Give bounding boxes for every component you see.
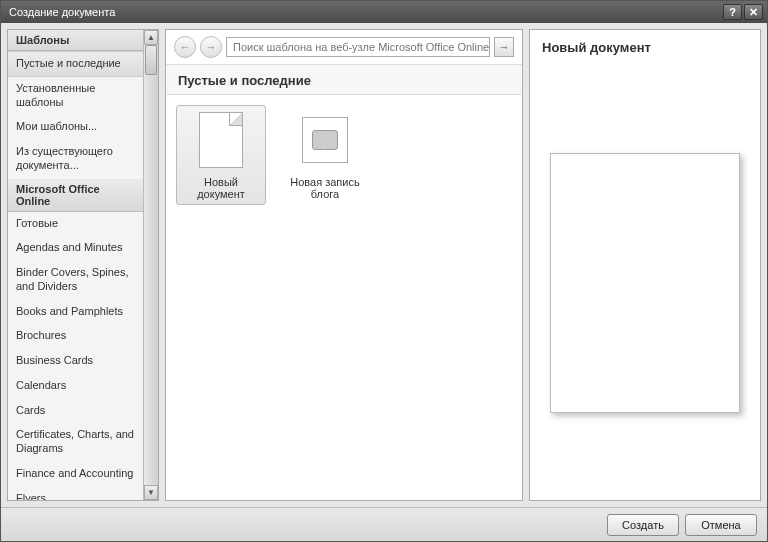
cancel-button[interactable]: Отмена xyxy=(685,514,757,536)
sidebar-header-templates: Шаблоны xyxy=(8,30,143,51)
blog-icon xyxy=(295,110,355,170)
sidebar-item-binder[interactable]: Binder Covers, Spines, and Dividers xyxy=(8,261,143,300)
center-panel: ← → Поиск шаблона на веб-узле Microsoft … xyxy=(165,29,523,501)
sidebar-item-blank-recent[interactable]: Пустые и последние xyxy=(8,51,143,77)
arrow-right-icon: → xyxy=(206,41,217,53)
window-title: Создание документа xyxy=(9,6,721,18)
preview-page xyxy=(550,153,740,413)
document-icon xyxy=(191,110,251,170)
sidebar-item-calendars[interactable]: Calendars xyxy=(8,374,143,399)
close-button[interactable]: ✕ xyxy=(744,4,763,20)
sidebar: Шаблоны Пустые и последние Установленные… xyxy=(7,29,159,501)
sidebar-scrollbar[interactable]: ▲ ▼ xyxy=(143,30,158,500)
template-label: Новый документ xyxy=(181,176,261,200)
sidebar-header-online: Microsoft Office Online xyxy=(8,179,143,212)
preview-body xyxy=(530,65,760,500)
preview-title: Новый документ xyxy=(530,30,760,65)
arrow-right-icon: → xyxy=(499,41,510,53)
dialog-body: Шаблоны Пустые и последние Установленные… xyxy=(1,23,767,507)
sidebar-item-from-existing[interactable]: Из существующего документа... xyxy=(8,140,143,179)
preview-panel: Новый документ xyxy=(529,29,761,501)
scroll-down-button[interactable]: ▼ xyxy=(144,485,158,500)
search-input[interactable]: Поиск шаблона на веб-узле Microsoft Offi… xyxy=(226,37,490,57)
template-label: Новая запись блога xyxy=(285,176,365,200)
titlebar: Создание документа ? ✕ xyxy=(1,1,767,23)
sidebar-item-business-cards[interactable]: Business Cards xyxy=(8,349,143,374)
sidebar-item-certificates[interactable]: Certificates, Charts, and Diagrams xyxy=(8,423,143,462)
back-button[interactable]: ← xyxy=(174,36,196,58)
scroll-up-button[interactable]: ▲ xyxy=(144,30,158,45)
sidebar-item-flyers[interactable]: Flyers xyxy=(8,487,143,501)
template-new-document[interactable]: Новый документ xyxy=(176,105,266,205)
sidebar-item-agendas[interactable]: Agendas and Minutes xyxy=(8,236,143,261)
scroll-thumb[interactable] xyxy=(145,45,157,75)
section-title: Пустые и последние xyxy=(166,65,522,95)
sidebar-list: Шаблоны Пустые и последние Установленные… xyxy=(8,30,143,500)
sidebar-item-finance[interactable]: Finance and Accounting xyxy=(8,462,143,487)
sidebar-item-installed[interactable]: Установленные шаблоны xyxy=(8,77,143,116)
sidebar-item-brochures[interactable]: Brochures xyxy=(8,324,143,349)
forward-button[interactable]: → xyxy=(200,36,222,58)
dialog-footer: Создать Отмена xyxy=(1,507,767,541)
sidebar-item-my-templates[interactable]: Мои шаблоны... xyxy=(8,115,143,140)
template-list: Новый документ Новая запись блога xyxy=(166,95,522,500)
sidebar-item-books[interactable]: Books and Pamphlets xyxy=(8,300,143,325)
center-toolbar: ← → Поиск шаблона на веб-узле Microsoft … xyxy=(166,30,522,65)
create-button[interactable]: Создать xyxy=(607,514,679,536)
template-new-blog-post[interactable]: Новая запись блога xyxy=(280,105,370,205)
close-icon: ✕ xyxy=(749,6,758,19)
help-button[interactable]: ? xyxy=(723,4,742,20)
sidebar-item-ready[interactable]: Готовые xyxy=(8,212,143,237)
sidebar-item-cards[interactable]: Cards xyxy=(8,399,143,424)
search-go-button[interactable]: → xyxy=(494,37,514,57)
arrow-left-icon: ← xyxy=(180,41,191,53)
new-document-dialog: Создание документа ? ✕ Шаблоны Пустые и … xyxy=(0,0,768,542)
